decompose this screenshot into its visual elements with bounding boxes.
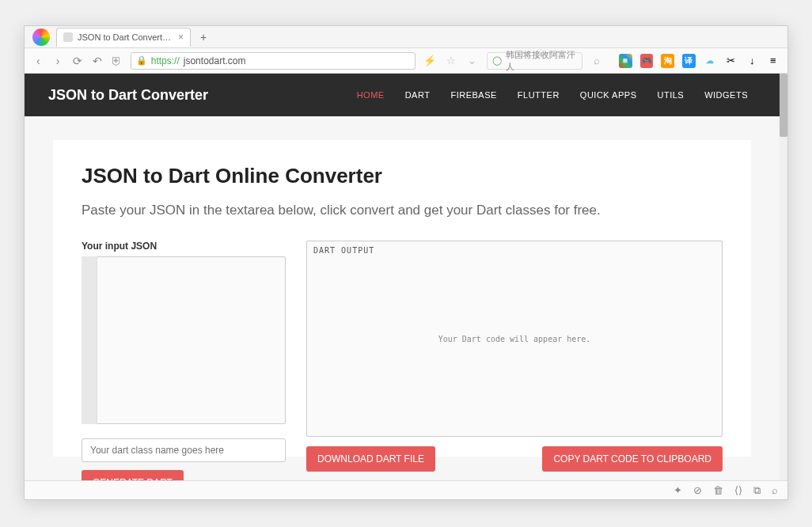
download-button[interactable]: DOWNLOAD DART FILE xyxy=(306,446,435,472)
generate-button[interactable]: GENERATE DART xyxy=(82,470,184,480)
reload-button[interactable]: ⟳ xyxy=(72,55,84,67)
status-block-icon[interactable]: ⊘ xyxy=(693,484,702,496)
page-subtitle: Paste your JSON in the textarea below, c… xyxy=(82,203,723,218)
json-input-label: Your input JSON xyxy=(82,241,286,252)
output-placeholder: Your Dart code will appear here. xyxy=(438,335,591,343)
status-bar: ✦ ⊘ 🗑 ⟨⟩ ⧉ ⌕ xyxy=(25,480,787,499)
nav-link-quickapps[interactable]: QUICK APPS xyxy=(580,90,637,100)
nav-link-flutter[interactable]: FLUTTER xyxy=(518,90,560,100)
download-icon[interactable]: ↓ xyxy=(746,54,759,68)
tab-bar: JSON to Dart Converter - Con × + xyxy=(25,26,787,48)
tab-close-icon[interactable]: × xyxy=(178,32,184,43)
nav-link-utils[interactable]: UTILS xyxy=(657,90,684,100)
search-placeholder: 韩国将接收阿富汗人 xyxy=(506,49,577,73)
menu-icon[interactable]: ≡ xyxy=(766,54,780,68)
browser-tab[interactable]: JSON to Dart Converter - Con × xyxy=(56,28,191,47)
nav-link-home[interactable]: HOME xyxy=(357,90,385,100)
search-icon[interactable]: ⌕ xyxy=(590,54,604,68)
site-navbar: JSON to Dart Converter HOME DART FIREBAS… xyxy=(25,74,780,116)
line-gutter xyxy=(82,256,97,424)
new-tab-button[interactable]: + xyxy=(195,29,211,45)
scrollbar-track[interactable] xyxy=(780,74,787,480)
ext-icon-3[interactable]: 淘 xyxy=(661,54,674,68)
status-pin-icon[interactable]: ✦ xyxy=(674,484,682,496)
search-engine-icon: ◯ xyxy=(492,55,502,66)
copy-button[interactable]: COPY DART CODE TO CLIPBOARD xyxy=(542,446,723,472)
output-header: DART OUTPUT xyxy=(313,246,715,255)
scissors-icon[interactable]: ✂ xyxy=(724,54,738,68)
nav-link-widgets[interactable]: WIDGETS xyxy=(704,90,748,100)
chevron-down-icon[interactable]: ⌄ xyxy=(465,54,479,68)
page-body: JSON to Dart Online Converter Paste your… xyxy=(25,116,780,480)
nav-link-dart[interactable]: DART xyxy=(405,90,431,100)
nav-link-firebase[interactable]: FIREBASE xyxy=(450,90,496,100)
flash-icon[interactable]: ⚡ xyxy=(423,54,437,68)
status-trash-icon[interactable]: 🗑 xyxy=(713,484,723,496)
browser-window: ⧉ — □ × JSON to Dart Converter - Con × +… xyxy=(24,25,788,500)
json-input[interactable] xyxy=(82,256,286,424)
ext-icon-2[interactable]: 🎮 xyxy=(640,54,654,68)
status-window-icon[interactable]: ⧉ xyxy=(753,484,761,497)
converter-card: JSON to Dart Online Converter Paste your… xyxy=(53,140,751,457)
status-zoom-icon[interactable]: ⌕ xyxy=(772,484,778,496)
site-brand[interactable]: JSON to Dart Converter xyxy=(48,87,208,104)
tab-title: JSON to Dart Converter - Con xyxy=(78,32,173,42)
bookmark-icon[interactable]: ☆ xyxy=(444,54,457,68)
ext-icon-1[interactable]: ⊞ xyxy=(619,54,632,68)
content-area: JSON to Dart Converter HOME DART FIREBAS… xyxy=(25,74,787,480)
ext-icon-5[interactable]: ☁ xyxy=(704,54,717,68)
nav-links: HOME DART FIREBASE FLUTTER QUICK APPS UT… xyxy=(357,90,748,100)
browser-toolbar: ‹ › ⟳ ↶ ⛨ 🔒 https://jsontodart.com ⚡ ☆ ⌄… xyxy=(25,48,787,74)
tab-favicon-icon xyxy=(63,32,73,42)
url-bar[interactable]: 🔒 https://jsontodart.com xyxy=(131,52,415,70)
search-engine-box[interactable]: ◯ 韩国将接收阿富汗人 xyxy=(487,52,582,70)
dart-output-box[interactable]: DART OUTPUT Your Dart code will appear h… xyxy=(306,241,723,437)
input-column: Your input JSON GENERATE DART xyxy=(82,241,286,480)
classname-input[interactable] xyxy=(82,438,286,462)
url-protocol: https:// xyxy=(151,55,180,66)
forward-button[interactable]: › xyxy=(52,55,64,67)
page-title: JSON to Dart Online Converter xyxy=(82,164,723,188)
browser-logo-icon[interactable] xyxy=(32,28,50,46)
back-button[interactable]: ‹ xyxy=(32,55,44,67)
ext-icon-4[interactable]: 译 xyxy=(682,54,696,68)
undo-nav-button[interactable]: ↶ xyxy=(91,55,103,67)
output-column: DART OUTPUT Your Dart code will appear h… xyxy=(306,241,723,480)
shield-icon[interactable]: ⛨ xyxy=(111,55,123,67)
scrollbar-thumb[interactable] xyxy=(780,74,787,137)
lock-icon: 🔒 xyxy=(136,55,147,66)
url-host: jsontodart.com xyxy=(184,55,246,66)
status-sound-icon[interactable]: ⟨⟩ xyxy=(734,484,742,496)
